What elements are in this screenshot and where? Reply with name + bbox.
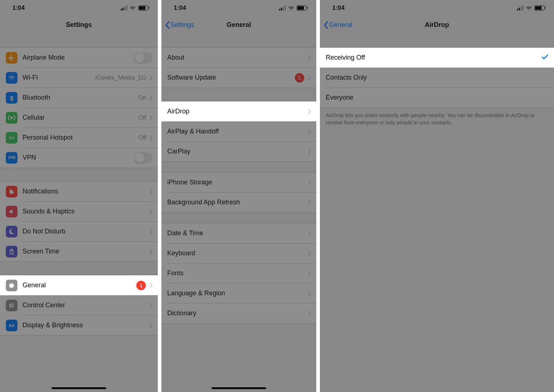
row-label: Do Not Disturb (23, 228, 149, 235)
row-about[interactable]: About (161, 48, 316, 68)
row-dictionary[interactable]: Dictionary (161, 303, 316, 323)
svg-point-1 (12, 189, 15, 191)
row-label: Wi-Fi (23, 74, 95, 81)
chevron-right-icon (149, 283, 153, 288)
row-sounds-haptics[interactable]: Sounds & Haptics (0, 201, 158, 221)
status-right (121, 5, 148, 11)
option-label: Everyone (326, 94, 549, 101)
row-label: About (167, 54, 308, 61)
sounds-icon (6, 206, 17, 217)
page-title: General (226, 21, 251, 29)
option-contacts-only[interactable]: Contacts Only (320, 68, 554, 88)
chevron-right-icon (149, 189, 153, 195)
row-label: Display & Brightness (23, 321, 149, 329)
back-button[interactable]: Settings (165, 16, 194, 34)
row-label: Airplane Mode (23, 54, 134, 61)
option-receiving-off[interactable]: Receiving Off (320, 48, 554, 68)
row-airplay-handoff[interactable]: AirPlay & Handoff (161, 121, 316, 141)
row-do-not-disturb[interactable]: Do Not Disturb (0, 221, 158, 241)
checkmark-icon (541, 53, 549, 63)
status-time: 1:04 (174, 4, 186, 12)
page-title: AirDrop (425, 21, 449, 29)
battery-icon (534, 5, 545, 11)
chevron-right-icon (149, 115, 153, 121)
row-label: VPN (23, 154, 134, 161)
battery-icon (138, 5, 148, 11)
status-time: 1:04 (332, 4, 345, 12)
row-cellular[interactable]: Cellular Off (0, 108, 158, 128)
row-background-app-refresh[interactable]: Background App Refresh (161, 192, 316, 212)
chevron-right-icon (149, 95, 153, 101)
row-software-update[interactable]: Software Update 1 (161, 68, 316, 88)
hotspot-icon (6, 132, 17, 144)
chevron-right-icon (308, 271, 311, 276)
row-carplay[interactable]: CarPlay (161, 141, 316, 161)
chevron-left-icon (324, 21, 328, 29)
row-control-center[interactable]: Control Center (0, 295, 158, 315)
notifications-icon (6, 186, 17, 197)
chevron-right-icon (308, 231, 311, 236)
back-label: General (329, 21, 352, 29)
status-right (517, 5, 545, 11)
vpn-switch[interactable] (134, 152, 153, 164)
row-label: AirDrop (167, 108, 308, 115)
row-date-time[interactable]: Date & Time (161, 223, 316, 243)
row-airdrop[interactable]: AirDrop (161, 101, 316, 121)
svg-rect-2 (9, 303, 11, 308)
row-fonts[interactable]: Fonts (161, 263, 316, 283)
chevron-right-icon (308, 251, 311, 256)
badge: 1 (136, 281, 146, 290)
row-label: CarPlay (167, 148, 308, 155)
row-bluetooth[interactable]: Bluetooth On (0, 88, 158, 108)
chevron-right-icon (149, 229, 153, 235)
row-label: Dictionary (167, 309, 308, 317)
chevron-right-icon (308, 75, 311, 81)
row-detail: On (138, 94, 146, 101)
home-indicator (52, 387, 106, 389)
chevron-right-icon (149, 209, 153, 215)
row-keyboard[interactable]: Keyboard (161, 243, 316, 263)
row-label: Cellular (23, 114, 138, 121)
row-airplane-mode[interactable]: Airplane Mode (0, 48, 158, 68)
row-wifi[interactable]: Wi-Fi iGeeks_Media_5G (0, 68, 158, 88)
airplane-switch[interactable] (134, 52, 153, 64)
option-everyone[interactable]: Everyone (320, 88, 554, 108)
display-icon: AA (6, 320, 17, 331)
footer-text: AirDrop lets you share instantly with pe… (320, 108, 554, 130)
option-label: Receiving Off (326, 54, 541, 61)
chevron-right-icon (149, 75, 153, 81)
chevron-right-icon (149, 303, 153, 308)
status-right (279, 5, 307, 11)
row-detail: Off (138, 134, 146, 141)
status-bar: 1:04 (0, 0, 158, 16)
screentime-icon (6, 246, 17, 257)
dnd-icon (6, 226, 17, 237)
vpn-icon: VPN (6, 152, 17, 164)
row-label: Sounds & Haptics (23, 208, 149, 215)
home-indicator (212, 387, 266, 389)
row-personal-hotspot[interactable]: Personal Hotspot Off (0, 128, 158, 148)
status-time: 1:04 (12, 4, 25, 12)
cellular-signal-icon (517, 5, 523, 11)
row-label: Notifications (23, 188, 149, 195)
row-notifications[interactable]: Notifications (0, 181, 158, 201)
cellular-signal-icon (279, 5, 286, 11)
cellular-signal-icon (121, 5, 127, 11)
row-iphone-storage[interactable]: iPhone Storage (161, 172, 316, 192)
row-language-region[interactable]: Language & Region (161, 283, 316, 303)
wifi-icon (526, 5, 532, 11)
row-label: Language & Region (167, 289, 308, 297)
row-screen-time[interactable]: Screen Time (0, 241, 158, 261)
status-bar: 1:04 (161, 0, 316, 16)
chevron-right-icon (308, 109, 311, 115)
battery-icon (297, 5, 307, 11)
row-general[interactable]: General 1 (0, 275, 158, 295)
option-label: Contacts Only (326, 74, 549, 81)
row-detail: Off (138, 114, 146, 121)
chevron-right-icon (308, 149, 311, 155)
row-label: Date & Time (167, 229, 308, 237)
row-vpn[interactable]: VPN VPN (0, 148, 158, 168)
page-title: Settings (66, 21, 92, 29)
row-display-brightness[interactable]: AA Display & Brightness (0, 315, 158, 335)
back-button[interactable]: General (324, 16, 352, 34)
